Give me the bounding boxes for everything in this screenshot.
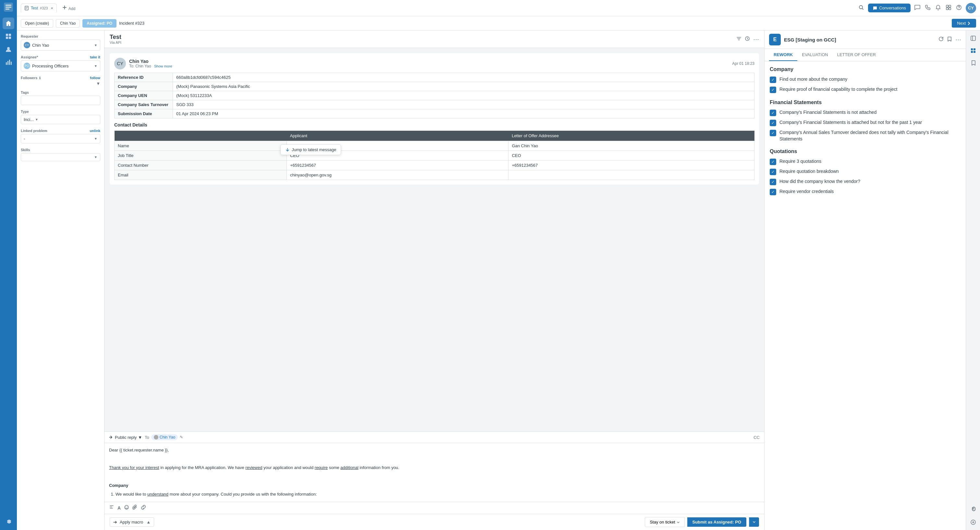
col-field (115, 131, 287, 141)
checkbox-checked[interactable]: ✓ (770, 169, 776, 175)
svg-rect-4 (9, 36, 11, 39)
sales-turnover-label: Company Sales Turnover (115, 100, 173, 109)
follow-link[interactable]: follow (90, 76, 100, 80)
bell-icon[interactable] (935, 5, 941, 12)
context-panel-icon[interactable] (968, 33, 978, 43)
chin-yao-breadcrumb[interactable]: Chin Yao (56, 19, 80, 28)
user-avatar[interactable]: CY (966, 3, 976, 13)
linked-value: - (24, 136, 25, 141)
reviewed-underline: reviewed (245, 465, 262, 470)
open-create-button[interactable]: Open (create) (21, 19, 53, 28)
skills-select[interactable]: ▼ (21, 153, 100, 161)
refresh-icon[interactable] (939, 36, 943, 43)
nav-customers-icon[interactable] (3, 43, 14, 55)
linked-problem-label: Linked problem unlink (21, 129, 100, 133)
nav-settings-icon[interactable] (3, 516, 14, 527)
col-loa: Letter of Offer Addressee (509, 131, 754, 141)
reply-body[interactable]: Dear {{ ticket.requester.name }}, Thank … (105, 443, 764, 502)
reply-edit-icon[interactable]: ✎ (180, 435, 183, 440)
type-value: Inci... (24, 117, 34, 122)
col-applicant: Applicant (286, 131, 508, 141)
take-it-link[interactable]: take it (90, 55, 100, 59)
checkbox-checked[interactable]: ✓ (770, 189, 776, 195)
assigned-po-badge[interactable]: Assigned: PO (83, 19, 116, 28)
right-panel: E ESG [Staging on GCC] ⋯ REWORK EVA (765, 30, 966, 530)
sales-turnover-value: SGD 333 (173, 100, 754, 109)
checkbox-checked[interactable]: ✓ (770, 179, 776, 185)
followers-expand-button[interactable]: ▼ (96, 81, 100, 86)
format-icon[interactable] (109, 505, 114, 511)
tab-letter-of-offer[interactable]: LETTER OF OFFER (833, 49, 880, 61)
checkbox-checked[interactable]: ✓ (770, 109, 776, 116)
nav-views-icon[interactable] (3, 30, 14, 42)
reply-type-label: Public reply (115, 435, 137, 440)
reply-type-button[interactable]: Public reply ▼ (109, 435, 142, 440)
tags-input[interactable] (21, 96, 100, 105)
app-logo[interactable] (4, 3, 13, 14)
checkbox-checked[interactable]: ✓ (770, 159, 776, 165)
link-icon[interactable] (141, 505, 146, 511)
requester-label: Requester (21, 34, 100, 38)
tab-close-button[interactable]: ✕ (51, 6, 53, 10)
type-select[interactable]: Inci... ▼ (21, 115, 100, 124)
search-icon[interactable] (858, 5, 864, 12)
stay-on-ticket-button[interactable]: Stay on ticket (645, 517, 684, 527)
nav-home-icon[interactable] (3, 17, 14, 29)
bottom-bar: Apply macro ▲ Stay on ticket Submit as A… (105, 514, 764, 530)
svg-rect-7 (8, 61, 8, 65)
apps-icon[interactable] (968, 45, 978, 56)
help-icon[interactable] (956, 5, 962, 12)
checkbox-checked[interactable]: ✓ (770, 76, 776, 83)
text-format-icon[interactable]: A (118, 505, 121, 511)
app-title: ESG [Staging on GCC] (784, 37, 836, 43)
reply-greeting: Dear {{ ticket.requester.name }}, (109, 447, 760, 454)
submit-button[interactable]: Submit as Assigned: PO (687, 517, 747, 527)
bookmark-icon[interactable] (947, 36, 952, 43)
contact-number-applicant: +6591234567 Jump to latest message (286, 160, 508, 170)
svg-rect-28 (974, 51, 975, 53)
tab-evaluation[interactable]: EVALUATION (797, 49, 832, 61)
linked-problem-select[interactable]: - ▼ (21, 134, 100, 143)
conversations-button[interactable]: Conversations (868, 3, 910, 12)
app-icon: E (769, 34, 781, 45)
chat-icon[interactable] (915, 5, 920, 12)
skills-dropdown-arrow: ▼ (94, 156, 97, 159)
requester-dropdown-arrow: ▼ (94, 43, 97, 47)
conversation-area[interactable]: CY Chin Yao To: Chin Yao Show more Apr 0… (105, 48, 764, 432)
checkbox-checked[interactable]: ✓ (770, 87, 776, 93)
reply-cc-button[interactable]: CC (754, 435, 760, 440)
add-icon[interactable] (968, 517, 978, 527)
unlink-link[interactable]: unlink (90, 129, 100, 133)
nav-reports-icon[interactable] (3, 56, 14, 68)
requester-select[interactable]: CY Chin Yao ▼ (21, 40, 100, 51)
checkbox-checked[interactable]: ✓ (770, 130, 776, 136)
linked-dropdown-arrow: ▼ (94, 137, 97, 140)
submit-expand-button[interactable] (749, 517, 759, 527)
table-row: Reference ID 660a8b1dcfd0687c594c4625 (115, 73, 754, 82)
settings-icon[interactable] (968, 503, 978, 514)
message-to: To: Chin Yao Show more (129, 64, 172, 68)
show-more-link[interactable]: Show more (154, 64, 172, 68)
jump-to-latest-tooltip[interactable]: Jump to latest message (280, 144, 341, 155)
reference-id-value: 660a8b1dcfd0687c594c4625 (173, 73, 754, 82)
history-icon[interactable] (745, 36, 750, 43)
assignee-select[interactable]: PO Processing Officers ▼ (21, 60, 100, 71)
tab-test-323[interactable]: Test #323 ✕ (21, 3, 57, 12)
phone-icon[interactable] (925, 5, 931, 12)
more-icon[interactable]: ⋯ (955, 36, 961, 43)
checkbox-checked[interactable]: ✓ (770, 120, 776, 126)
knowledge-base-icon[interactable] (968, 58, 978, 68)
company-section-title: Company (770, 67, 961, 72)
apply-macro-button[interactable]: Apply macro ▲ (110, 517, 154, 527)
add-tab-button[interactable]: Add (59, 3, 78, 13)
tab-rework[interactable]: REWORK (769, 49, 797, 61)
emoji-icon[interactable] (124, 505, 129, 511)
next-button[interactable]: Next (952, 19, 976, 28)
grid-icon[interactable] (946, 5, 951, 12)
filter-icon[interactable] (736, 36, 741, 43)
attachment-icon[interactable] (132, 505, 138, 511)
job-title-label: Job Title (115, 151, 287, 160)
submission-date-value: 01 Apr 2024 06:23 PM (173, 109, 754, 118)
reply-to-tag[interactable]: Chin Yao (151, 434, 178, 440)
more-options-icon[interactable]: ⋯ (753, 36, 759, 43)
